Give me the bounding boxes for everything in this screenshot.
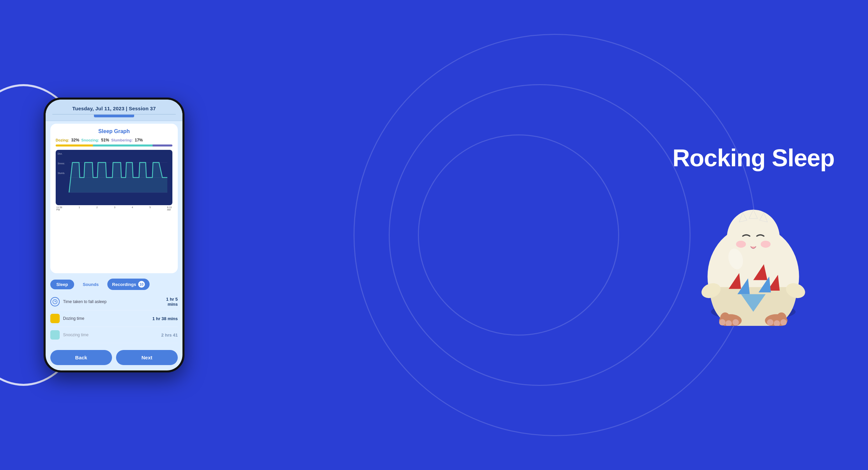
dozing-progress [56, 145, 93, 147]
tab-indicator [94, 115, 134, 117]
tabs-row: Sleep Sounds Recordings 10 [50, 279, 178, 290]
svg-point-29 [767, 319, 773, 325]
recordings-badge: 10 [138, 281, 145, 288]
snoozing-progress [93, 145, 152, 147]
svg-point-28 [733, 319, 739, 325]
phone-header: Tuesday, Jul 11, 2023 | Session 37 [45, 100, 182, 121]
sleep-stats-row: Dozing: 32% Snoozing: 51% Slumbering: 17… [56, 138, 173, 143]
snoozing-label: Snoozing: [81, 138, 99, 142]
sleep-graph-title: Sleep Graph [56, 128, 173, 134]
snoozing-time-label: Snoozing time [63, 333, 161, 337]
phone: Tuesday, Jul 11, 2023 | Session 37 Sleep… [43, 98, 184, 372]
slumbering-value: 17% [135, 138, 143, 143]
time-1: 1 [79, 206, 80, 211]
sleep-card: Sleep Graph Dozing: 32% Snoozing: 51% Sl… [50, 124, 178, 273]
dozing-icon [50, 314, 60, 323]
dozing-time-value: 1 hr 38 mins [152, 316, 178, 321]
stat-row-snoozing: Snoozing time 2 hrs 41 [50, 327, 178, 343]
progress-bar [56, 145, 173, 147]
time-3: 3 [114, 206, 115, 211]
svg-point-16 [761, 241, 770, 248]
phone-date: Tuesday, Jul 11, 2023 | Session 37 [52, 105, 176, 111]
pokemon-togepi [683, 185, 824, 326]
svg-point-15 [736, 241, 746, 248]
time-2: 2 [96, 206, 98, 211]
rocking-sleep-title: Rocking Sleep [673, 144, 834, 171]
slumb-label: Slumb. [58, 172, 65, 174]
next-button[interactable]: Next [116, 350, 178, 365]
right-panel: Rocking Sleep [673, 144, 834, 326]
slumbering-progress [153, 145, 173, 147]
slumbering-label: Slumbering: [111, 138, 133, 142]
dozing-label: Dozing: [56, 138, 69, 142]
togepi-svg [683, 185, 824, 326]
tab-sounds[interactable]: Sounds [77, 280, 105, 289]
back-button[interactable]: Back [50, 350, 112, 365]
tab-sleep[interactable]: Sleep [50, 280, 74, 289]
doz-label: Doz. [58, 153, 65, 155]
dozing-value: 32% [71, 138, 79, 143]
phone-bottom: Back Next [45, 347, 182, 370]
svg-point-31 [780, 319, 787, 325]
stats-list: Time taken to fall asleep 1 hr 5 mins Do… [45, 290, 182, 347]
dozing-time-label: Dozing time [63, 316, 152, 321]
snoozing-icon [50, 330, 60, 340]
fallasleep-value: 1 hr 5 mins [166, 297, 178, 307]
snooz-label: Snooz. [58, 162, 65, 165]
stat-row-fallasleep: Time taken to fall asleep 1 hr 5 mins [50, 293, 178, 310]
graph-y-labels: Doz. Snooz. Slumb. [58, 153, 65, 174]
time-4: 4 [132, 206, 133, 211]
time-end: 6:13AM [167, 206, 172, 211]
snoozing-time-value: 2 hrs 41 [161, 333, 178, 338]
clock-icon [50, 297, 60, 306]
svg-point-26 [719, 319, 726, 325]
sleep-graph-svg [58, 153, 170, 202]
time-5: 5 [150, 206, 151, 211]
tab-recordings[interactable]: Recordings 10 [107, 279, 150, 290]
fallasleep-label: Time taken to fall asleep [63, 300, 166, 304]
phone-wrapper: Tuesday, Jul 11, 2023 | Session 37 Sleep… [43, 98, 184, 372]
phone-inner: Tuesday, Jul 11, 2023 | Session 37 Sleep… [45, 100, 182, 370]
sleep-graph-area: Doz. Snooz. Slumb. [56, 150, 173, 205]
snoozing-value: 51% [101, 138, 109, 143]
bg-circle-3 [418, 134, 619, 336]
stat-row-dozing: Dozing time 1 hr 38 mins [50, 310, 178, 327]
time-labels: 11:56PM 1 2 3 4 5 6:13AM [56, 206, 173, 211]
time-start: 11:56PM [56, 206, 62, 211]
